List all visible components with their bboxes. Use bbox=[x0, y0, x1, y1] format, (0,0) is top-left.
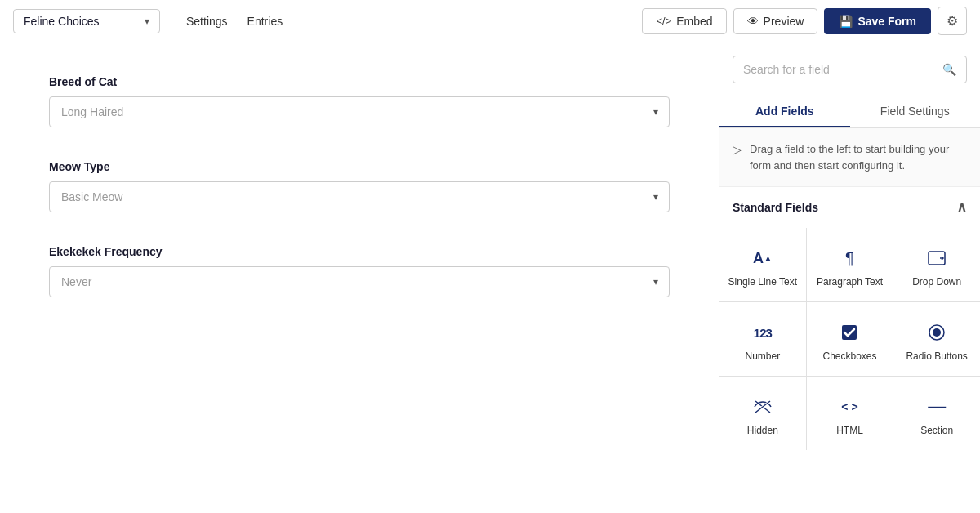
field-type-label: Paragraph Text bbox=[817, 276, 883, 288]
header-nav: Settings Entries bbox=[186, 11, 283, 31]
drop-down-icon bbox=[928, 247, 946, 270]
number-icon: 123 bbox=[754, 321, 772, 344]
field-label-breed: Breed of Cat bbox=[49, 75, 670, 88]
field-select-meow[interactable]: Basic Meow bbox=[49, 181, 670, 212]
field-type-number[interactable]: 123 Number bbox=[719, 302, 806, 376]
code-icon: </> bbox=[656, 15, 671, 27]
html-icon: < > bbox=[841, 395, 858, 418]
right-panel: 🔍 Add Fields Field Settings ▷ Drag a fie… bbox=[719, 42, 980, 513]
save-icon: 💾 bbox=[839, 15, 853, 28]
standard-fields-header: Standard Fields ∧ bbox=[719, 187, 980, 228]
field-type-section[interactable]: — Section bbox=[893, 377, 980, 450]
fields-scroll: A▲ Single Line Text ¶ Paragraph Text bbox=[719, 228, 980, 513]
panel-tabs: Add Fields Field Settings bbox=[719, 96, 980, 128]
field-type-paragraph-text[interactable]: ¶ Paragraph Text bbox=[807, 228, 893, 301]
field-type-label: Section bbox=[920, 425, 953, 436]
form-selector[interactable]: Feline Choices ▾ bbox=[13, 9, 160, 33]
field-select-wrapper-frequency: Never ▾ bbox=[49, 266, 670, 297]
field-type-label: Checkboxes bbox=[822, 350, 876, 362]
field-type-label: Hidden bbox=[747, 425, 778, 436]
settings-link[interactable]: Settings bbox=[186, 11, 228, 31]
paragraph-text-icon: ¶ bbox=[845, 247, 854, 270]
field-select-frequency[interactable]: Never bbox=[49, 266, 670, 297]
field-search-bar: 🔍 bbox=[733, 56, 967, 83]
fields-grid: A▲ Single Line Text ¶ Paragraph Text bbox=[719, 228, 980, 450]
field-type-hidden[interactable]: Hidden bbox=[719, 377, 806, 450]
field-select-wrapper-meow: Basic Meow ▾ bbox=[49, 181, 670, 212]
field-label-meow: Meow Type bbox=[49, 160, 670, 173]
field-type-label: Radio Buttons bbox=[906, 350, 967, 362]
tab-add-fields[interactable]: Add Fields bbox=[719, 96, 850, 127]
settings-gear-button[interactable]: ⚙ bbox=[938, 7, 967, 35]
svg-point-3 bbox=[933, 328, 941, 337]
field-type-checkboxes[interactable]: Checkboxes bbox=[807, 302, 893, 376]
preview-button[interactable]: 👁 Preview bbox=[733, 8, 818, 34]
section-icon: — bbox=[928, 395, 946, 418]
field-type-label: Number bbox=[745, 350, 780, 362]
field-label-frequency: Ekekekek Frequency bbox=[49, 245, 670, 258]
search-icon: 🔍 bbox=[942, 63, 956, 76]
single-line-text-icon: A▲ bbox=[753, 247, 773, 270]
field-select-wrapper-breed: Long Haired ▾ bbox=[49, 96, 670, 127]
field-type-drop-down[interactable]: Drop Down bbox=[893, 228, 980, 301]
field-type-label: Drop Down bbox=[912, 276, 961, 288]
field-select-breed[interactable]: Long Haired bbox=[49, 96, 670, 127]
arrow-icon: ▷ bbox=[733, 143, 742, 156]
field-type-label: HTML bbox=[836, 425, 863, 436]
form-name: Feline Choices bbox=[24, 15, 100, 28]
section-label: Standard Fields bbox=[733, 201, 818, 214]
header: Feline Choices ▾ Settings Entries </> Em… bbox=[0, 0, 980, 42]
field-group-meow: Meow Type Basic Meow ▾ bbox=[49, 160, 670, 212]
field-type-label: Single Line Text bbox=[728, 276, 798, 288]
field-group-breed: Breed of Cat Long Haired ▾ bbox=[49, 75, 670, 127]
field-group-frequency: Ekekekek Frequency Never ▾ bbox=[49, 245, 670, 297]
field-type-radio-buttons[interactable]: Radio Buttons bbox=[893, 302, 980, 376]
checkboxes-icon bbox=[840, 321, 858, 344]
collapse-icon[interactable]: ∧ bbox=[956, 199, 967, 216]
main-layout: Breed of Cat Long Haired ▾ Meow Type Bas… bbox=[0, 42, 980, 513]
embed-button[interactable]: </> Embed bbox=[642, 8, 726, 34]
field-type-html[interactable]: < > HTML bbox=[807, 377, 893, 450]
entries-link[interactable]: Entries bbox=[247, 11, 283, 31]
tab-field-settings[interactable]: Field Settings bbox=[850, 96, 981, 127]
search-input[interactable] bbox=[743, 63, 936, 76]
hint-text: Drag a field to the left to start buildi… bbox=[750, 141, 967, 173]
gear-icon: ⚙ bbox=[947, 14, 958, 28]
eye-icon: 👁 bbox=[747, 15, 759, 28]
hidden-icon bbox=[753, 395, 773, 418]
form-canvas: Breed of Cat Long Haired ▾ Meow Type Bas… bbox=[0, 42, 719, 513]
header-actions: </> Embed 👁 Preview 💾 Save Form ⚙ bbox=[642, 7, 967, 35]
chevron-down-icon: ▾ bbox=[145, 16, 149, 27]
hint-box: ▷ Drag a field to the left to start buil… bbox=[719, 128, 980, 187]
save-form-button[interactable]: 💾 Save Form bbox=[824, 8, 931, 34]
field-type-single-line-text[interactable]: A▲ Single Line Text bbox=[719, 228, 806, 301]
radio-buttons-icon bbox=[928, 321, 946, 344]
